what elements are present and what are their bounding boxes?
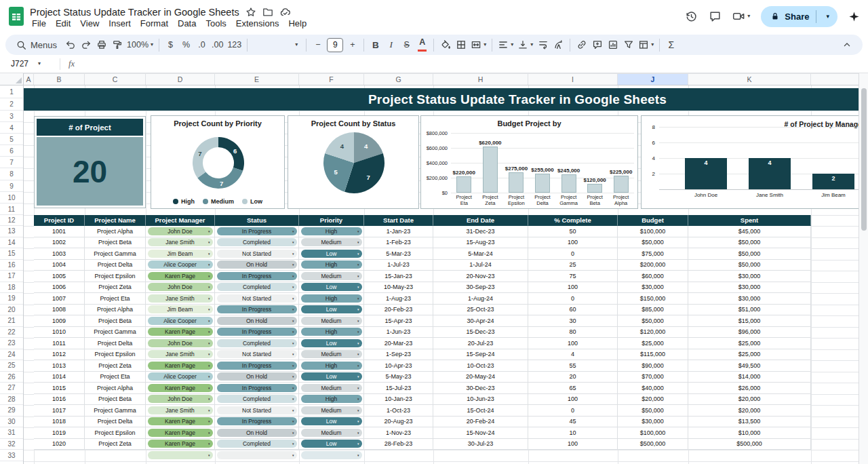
row-header-4[interactable]: 4 [0,122,23,134]
table-cell[interactable]: $30,000 [618,417,688,428]
row-header-19[interactable]: 19 [0,293,23,305]
table-cell[interactable]: 60 [528,305,618,316]
manager-dropdown[interactable]: John Doe▾ [148,339,213,347]
column-header-K[interactable]: K [688,74,811,85]
font-family-dropdown[interactable]: ▾ [251,37,302,53]
table-cell[interactable]: $15,000 [688,315,811,327]
table-cell[interactable]: Project Zeta [85,439,146,450]
row-header-28[interactable]: 28 [0,394,23,406]
table-cell[interactable]: 100 [528,237,618,249]
chart-projects-by-manager[interactable]: # of Project by Manager 24684John Doe4Ja… [641,115,868,209]
collapse-toolbar-button[interactable] [839,37,854,53]
move-folder-icon[interactable] [262,7,273,18]
table-cell[interactable]: 1008 [34,305,85,316]
table-cell[interactable]: 1-Jan-23 [364,226,433,237]
row-header-33[interactable]: 33 [0,450,23,461]
table-cell[interactable]: $120,000 [618,327,688,339]
table-cell[interactable]: High▾ [299,260,364,271]
table-cell[interactable]: Jim Beam▾ [146,305,215,316]
table-cell[interactable]: $500,000 [618,439,688,450]
manager-dropdown[interactable]: Jim Beam▾ [148,305,213,313]
sheets-logo-icon[interactable] [9,7,24,26]
table-cell[interactable]: In Progress▾ [215,327,299,339]
meet-video-button[interactable]: ▾ [732,10,750,22]
row-header-8[interactable]: 8 [0,168,23,180]
table-cell[interactable]: 45 [528,417,618,428]
table-cell[interactable]: $30,000 [688,293,811,305]
manager-dropdown[interactable]: John Doe▾ [148,283,213,291]
table-cell[interactable]: 1020 [34,439,85,450]
status-dropdown[interactable]: In Progress▾ [217,417,297,425]
row-header-6[interactable]: 6 [0,145,23,157]
horizontal-align-button[interactable]: ▾ [496,37,515,53]
table-cell[interactable]: $50,000 [688,260,811,271]
table-cell[interactable]: $25,000 [688,349,811,361]
row-header-2[interactable]: 2 [0,98,23,111]
column-header-F[interactable]: F [299,74,364,85]
table-cell[interactable]: 10-Apr-23 [364,360,433,372]
priority-dropdown[interactable]: Medium▾ [301,238,362,246]
table-cell[interactable]: 80 [528,327,618,339]
column-header-C[interactable]: C [85,74,146,85]
row-header-16[interactable]: 16 [0,260,23,271]
table-cell[interactable]: High▾ [299,327,364,339]
table-header-spent[interactable]: Spent [688,215,811,226]
table-cell[interactable]: 1005 [34,271,85,282]
table-cell[interactable]: Project Alpha [85,305,146,316]
priority-dropdown[interactable]: High▾ [301,227,362,235]
manager-dropdown[interactable]: Karen Page▾ [148,328,213,336]
share-button[interactable]: Share ▾ [761,6,837,27]
table-cell[interactable]: Medium▾ [299,271,364,282]
status-dropdown[interactable]: In Progress▾ [217,328,297,336]
table-cell[interactable]: 100 [528,439,618,450]
manager-dropdown[interactable]: John Doe▾ [148,395,213,403]
table-cell[interactable]: Completed▾ [215,394,299,406]
insert-link-button[interactable] [574,37,589,53]
table-cell[interactable]: 1012 [34,349,85,361]
table-cell[interactable]: 1014 [34,372,85,383]
manager-dropdown[interactable]: Karen Page▾ [148,417,213,425]
menu-edit[interactable]: Edit [51,18,75,29]
priority-dropdown[interactable]: High▾ [301,362,362,370]
priority-dropdown[interactable]: ▾ [301,451,362,459]
table-cell[interactable]: $50,000 [618,315,688,327]
priority-dropdown[interactable]: Low▾ [301,440,362,448]
table-cell[interactable]: Medium▾ [299,349,364,361]
table-cell[interactable]: 0 [528,405,618,417]
table-cell[interactable]: 25-Oct-23 [433,305,528,316]
priority-dropdown[interactable]: High▾ [301,395,362,403]
table-cell[interactable]: 1016 [34,394,85,406]
table-cell[interactable]: 10-Jan-23 [364,394,433,406]
column-header-I[interactable]: I [528,74,618,85]
table-cell[interactable]: $115,000 [618,349,688,361]
table-cell[interactable]: 50 [528,226,618,237]
table-cell[interactable]: Not Started▾ [215,293,299,305]
functions-button[interactable]: Σ [663,37,679,53]
table-views-button[interactable]: ▾ [636,37,656,53]
table-cell[interactable]: Karen Page▾ [146,360,215,372]
table-cell[interactable]: $96,000 [688,327,811,339]
table-cell[interactable]: 15-Nov-24 [433,427,528,439]
table-cell[interactable]: $50,000 [618,237,688,249]
format-currency-button[interactable]: $ [163,37,178,53]
table-header-end-date[interactable]: End Date [433,215,528,226]
table-cell[interactable]: On Hold▾ [215,260,299,271]
table-cell[interactable]: 30 [528,315,618,327]
row-header-31[interactable]: 31 [0,427,23,439]
table-cell[interactable]: Not Started▾ [215,349,299,361]
table-cell[interactable]: $25,000 [618,338,688,349]
print-button[interactable] [94,37,109,53]
table-cell[interactable]: On Hold▾ [215,427,299,439]
chart-project-count-by-priority[interactable]: Project Count by Priority 677 HighMedium… [151,115,285,209]
table-cell[interactable]: $70,000 [618,372,688,383]
table-cell[interactable]: $20,000 [688,394,811,406]
table-cell[interactable]: $40,000 [618,383,688,394]
table-header-project-id[interactable]: Project ID [34,215,85,226]
table-cell[interactable]: Jane Smith▾ [146,405,215,417]
table-cell[interactable]: 0 [528,293,618,305]
table-cell[interactable]: Karen Page▾ [146,417,215,428]
table-cell[interactable]: 75 [528,271,618,282]
table-cell[interactable]: Project Delta [85,338,146,349]
status-dropdown[interactable]: In Progress▾ [217,272,297,280]
table-cell[interactable]: $30,000 [688,282,811,294]
